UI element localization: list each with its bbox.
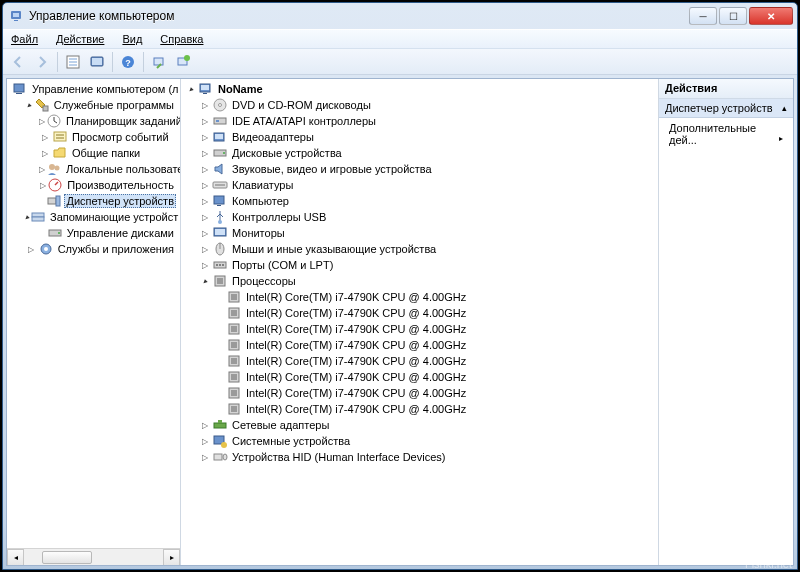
left-tree[interactable]: Управление компьютером (л Служебные прог… bbox=[7, 79, 180, 259]
tree-node-category[interactable]: Сетевые адаптеры bbox=[183, 417, 658, 433]
scroll-thumb[interactable] bbox=[42, 551, 92, 564]
tree-node-category[interactable]: Клавиатуры bbox=[183, 177, 658, 193]
expander-icon[interactable] bbox=[39, 179, 46, 191]
expander-icon[interactable] bbox=[185, 83, 197, 95]
svg-rect-59 bbox=[231, 294, 237, 300]
menu-view[interactable]: Вид bbox=[118, 32, 146, 46]
tree-label: Просмотр событий bbox=[70, 131, 171, 143]
app-icon bbox=[9, 8, 25, 24]
menu-file[interactable]: Файл bbox=[7, 32, 42, 46]
tree-node-event-viewer[interactable]: Просмотр событий bbox=[9, 129, 180, 145]
tree-node-cpu[interactable]: Intel(R) Core(TM) i7-4790K CPU @ 4.00GHz bbox=[183, 401, 658, 417]
tree-node-cpu[interactable]: Intel(R) Core(TM) i7-4790K CPU @ 4.00GHz bbox=[183, 385, 658, 401]
expander-icon[interactable] bbox=[199, 163, 211, 175]
tree-label: Служебные программы bbox=[52, 99, 176, 111]
expander-icon[interactable] bbox=[25, 243, 37, 255]
tree-node-cpu[interactable]: Intel(R) Core(TM) i7-4790K CPU @ 4.00GHz bbox=[183, 305, 658, 321]
menubar: Файл Действие Вид Справка bbox=[3, 29, 797, 49]
tree-node-category[interactable]: DVD и CD-ROM дисководы bbox=[183, 97, 658, 113]
maximize-button[interactable]: ☐ bbox=[719, 7, 747, 25]
actions-section[interactable]: Диспетчер устройств ▴ bbox=[659, 99, 793, 118]
tree-node-services[interactable]: Службы и приложения bbox=[9, 241, 180, 257]
expander-icon[interactable] bbox=[199, 179, 211, 191]
tree-node-category[interactable]: Дисковые устройства bbox=[183, 145, 658, 161]
minimize-button[interactable]: ─ bbox=[689, 7, 717, 25]
close-button[interactable]: ✕ bbox=[749, 7, 793, 25]
tree-node-root[interactable]: Управление компьютером (л bbox=[9, 81, 180, 97]
tree-node-category[interactable]: Компьютер bbox=[183, 193, 658, 209]
expander-icon[interactable] bbox=[199, 211, 211, 223]
tree-node-storage[interactable]: Запоминающие устройст bbox=[9, 209, 180, 225]
forward-button[interactable] bbox=[31, 51, 53, 73]
tree-node-cpu[interactable]: Intel(R) Core(TM) i7-4790K CPU @ 4.00GHz bbox=[183, 321, 658, 337]
cpu-icon bbox=[226, 401, 242, 417]
expander-icon[interactable] bbox=[199, 131, 211, 143]
tree-node-category[interactable]: Мыши и иные указывающие устройства bbox=[183, 241, 658, 257]
expander-icon[interactable] bbox=[199, 147, 211, 159]
expander-icon[interactable] bbox=[199, 227, 211, 239]
expander-icon[interactable] bbox=[199, 451, 211, 463]
menu-action[interactable]: Действие bbox=[52, 32, 108, 46]
expander-icon[interactable] bbox=[39, 131, 51, 143]
scroll-right-button[interactable]: ▸ bbox=[163, 549, 180, 566]
window: Управление компьютером ─ ☐ ✕ Файл Действ… bbox=[2, 2, 798, 570]
expander-icon[interactable] bbox=[199, 259, 211, 271]
expander-icon[interactable] bbox=[39, 147, 51, 159]
tree-node-cpu[interactable]: Intel(R) Core(TM) i7-4790K CPU @ 4.00GHz bbox=[183, 369, 658, 385]
disk-mgmt-icon bbox=[47, 225, 63, 241]
tree-node-system-tools[interactable]: Служебные программы bbox=[9, 97, 180, 113]
tree-node-category[interactable]: IDE ATA/ATAPI контроллеры bbox=[183, 113, 658, 129]
console-button[interactable] bbox=[86, 51, 108, 73]
tree-node-device-manager[interactable]: Диспетчер устройств bbox=[9, 193, 180, 209]
svg-point-54 bbox=[219, 264, 221, 266]
svg-rect-71 bbox=[231, 390, 237, 396]
tree-node-category[interactable]: Мониторы bbox=[183, 225, 658, 241]
back-button[interactable] bbox=[7, 51, 29, 73]
tree-node-computer[interactable]: NoName bbox=[183, 81, 658, 97]
expander-icon[interactable] bbox=[199, 195, 211, 207]
tree-label: Управление компьютером (л bbox=[30, 83, 181, 95]
svg-rect-73 bbox=[231, 406, 237, 412]
menu-help[interactable]: Справка bbox=[156, 32, 207, 46]
tree-node-category[interactable]: Звуковые, видео и игровые устройства bbox=[183, 161, 658, 177]
tree-label: Порты (COM и LPT) bbox=[230, 259, 335, 271]
expander-icon[interactable] bbox=[199, 435, 211, 447]
tree-node-local-users[interactable]: Локальные пользовате bbox=[9, 161, 180, 177]
scan-button[interactable] bbox=[148, 51, 170, 73]
tree-node-task-scheduler[interactable]: Планировщик заданий bbox=[9, 113, 180, 129]
tree-node-cpu[interactable]: Intel(R) Core(TM) i7-4790K CPU @ 4.00GHz bbox=[183, 353, 658, 369]
expander-icon[interactable] bbox=[25, 211, 29, 223]
properties-button[interactable] bbox=[62, 51, 84, 73]
collapse-icon[interactable]: ▴ bbox=[782, 103, 787, 113]
scroll-left-button[interactable]: ◂ bbox=[7, 549, 24, 566]
help-button[interactable]: ? bbox=[117, 51, 139, 73]
tree-node-cpu[interactable]: Intel(R) Core(TM) i7-4790K CPU @ 4.00GHz bbox=[183, 289, 658, 305]
refresh-button[interactable] bbox=[172, 51, 194, 73]
device-category-icon bbox=[212, 209, 228, 225]
expander-icon[interactable] bbox=[199, 419, 211, 431]
expander-icon[interactable] bbox=[39, 115, 45, 127]
expander-icon[interactable] bbox=[39, 163, 45, 175]
tree-node-category[interactable]: Устройства HID (Human Interface Devices) bbox=[183, 449, 658, 465]
shared-folders-icon bbox=[52, 145, 68, 161]
horizontal-scrollbar[interactable]: ◂ ▸ bbox=[7, 548, 180, 565]
tree-node-category[interactable]: Системные устройства bbox=[183, 433, 658, 449]
tree-node-shared-folders[interactable]: Общие папки bbox=[9, 145, 180, 161]
window-buttons: ─ ☐ ✕ bbox=[689, 7, 793, 25]
tree-node-processors[interactable]: Процессоры bbox=[183, 273, 658, 289]
tree-label: Intel(R) Core(TM) i7-4790K CPU @ 4.00GHz bbox=[244, 403, 468, 415]
expander-icon[interactable] bbox=[199, 243, 211, 255]
expander-icon[interactable] bbox=[25, 99, 33, 111]
left-pane: Управление компьютером (л Служебные прог… bbox=[7, 79, 181, 565]
tree-node-category[interactable]: Видеоадаптеры bbox=[183, 129, 658, 145]
device-tree[interactable]: NoName DVD и CD-ROM дисководыIDE ATA/ATA… bbox=[181, 79, 658, 467]
tree-node-cpu[interactable]: Intel(R) Core(TM) i7-4790K CPU @ 4.00GHz bbox=[183, 337, 658, 353]
tree-node-performance[interactable]: Производительность bbox=[9, 177, 180, 193]
tree-node-disk-mgmt[interactable]: Управление дисками bbox=[9, 225, 180, 241]
expander-icon[interactable] bbox=[199, 275, 211, 287]
actions-more[interactable]: Дополнительные дей... ▸ bbox=[659, 118, 793, 150]
expander-icon[interactable] bbox=[199, 99, 211, 111]
expander-icon[interactable] bbox=[199, 115, 211, 127]
tree-node-category[interactable]: Порты (COM и LPT) bbox=[183, 257, 658, 273]
tree-node-category[interactable]: Контроллеры USB bbox=[183, 209, 658, 225]
